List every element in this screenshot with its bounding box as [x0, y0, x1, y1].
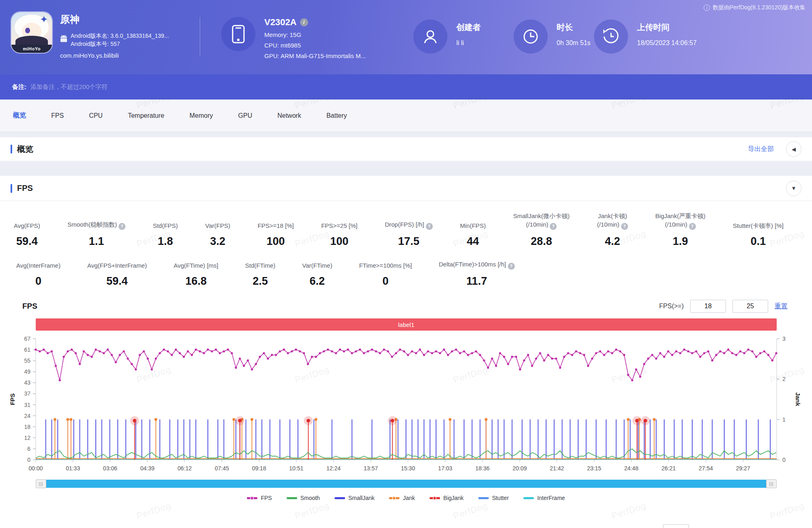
stat-value: 4.2 — [597, 235, 628, 248]
stat-value: 2.5 — [245, 275, 275, 288]
device-info-icon[interactable]: i — [300, 18, 308, 26]
row2-stat: Avg(InterFrame)0 — [16, 261, 60, 288]
fps-chart-svg[interactable]: 6761554943373124181260321000:0001:3303:0… — [0, 331, 812, 478]
duration-label: 时长 — [557, 22, 591, 33]
svg-text:09:18: 09:18 — [252, 465, 266, 472]
row1-stat: Avg(FPS)59.4 — [14, 221, 40, 248]
fps-stats-row-1: Avg(FPS)59.4Smooth(稳帧指数)?1.1Std(FPS)1.8V… — [0, 201, 812, 248]
phone-icon — [221, 17, 255, 51]
legend-swatch — [287, 497, 297, 499]
reset-link[interactable]: 重置 — [775, 302, 788, 311]
row2-stat: Delta(FTime)>100ms [/h]?11.7 — [439, 260, 515, 288]
svg-text:37: 37 — [24, 391, 30, 397]
stat-value: 1.8 — [153, 235, 178, 248]
legend-item-Stutter[interactable]: Stutter — [478, 495, 509, 501]
duration-value: 0h 30m 51s — [557, 39, 591, 47]
creator-label: 创建者 — [456, 22, 481, 33]
scrollbar-left-handle[interactable]: ||| — [36, 479, 46, 488]
overview-collapse-button[interactable]: ◀ — [786, 141, 801, 157]
app-title: 原神 — [60, 13, 169, 26]
svg-text:55: 55 — [24, 358, 30, 364]
stat-label: Avg(FTime) [ms] — [174, 262, 218, 269]
stat-value: 59.4 — [87, 275, 147, 288]
tab-Network[interactable]: Network — [277, 112, 301, 119]
android-icon — [60, 35, 67, 45]
partial-next-box — [663, 524, 689, 528]
clock-icon — [514, 19, 548, 54]
stat-value: 100 — [321, 235, 357, 248]
tab-FPS[interactable]: FPS — [51, 112, 64, 119]
svg-text:29:27: 29:27 — [736, 465, 750, 472]
svg-text:23:15: 23:15 — [587, 465, 601, 472]
tab-Temperature[interactable]: Temperature — [128, 112, 164, 119]
stat-value: 1.9 — [655, 235, 705, 248]
svg-text:21:42: 21:42 — [550, 465, 564, 472]
stat-value: 16.8 — [174, 275, 218, 288]
stat-label: BigJank(严重卡顿) (/10min) — [655, 212, 705, 228]
tab-GPU[interactable]: GPU — [238, 112, 253, 119]
svg-text:10:51: 10:51 — [289, 465, 303, 472]
svg-text:3: 3 — [782, 335, 786, 342]
svg-text:03:06: 03:06 — [103, 465, 117, 472]
device-model: V2302A — [264, 17, 297, 28]
fps-collapse-button[interactable]: ▼ — [786, 181, 801, 196]
overview-title: 概览 — [17, 144, 33, 155]
legend-item-Jank[interactable]: Jank — [389, 495, 415, 501]
legend-item-InterFrame[interactable]: InterFrame — [523, 495, 565, 501]
stat-label: Smooth(稳帧指数) — [67, 221, 117, 228]
tab-概览[interactable]: 概览 — [13, 111, 26, 120]
fps-threshold-input-1[interactable] — [690, 300, 726, 313]
stat-label: FPS>=18 [%] — [257, 222, 294, 229]
stat-value: 3.2 — [205, 235, 230, 248]
legend-swatch — [247, 497, 257, 499]
upload-time-block: 上传时间 18/05/2023 14:06:57 — [594, 19, 697, 54]
tab-Memory[interactable]: Memory — [190, 112, 213, 119]
tab-Battery[interactable]: Battery — [326, 112, 347, 119]
help-icon[interactable]: ? — [508, 263, 515, 270]
tab-CPU[interactable]: CPU — [89, 112, 103, 119]
stat-value: 0 — [359, 275, 412, 288]
legend-item-FPS[interactable]: FPS — [247, 495, 272, 501]
nav-tabs: 概览FPSCPUTemperatureMemoryGPUNetworkBatte… — [0, 100, 812, 132]
legend-item-SmallJank[interactable]: SmallJank — [335, 495, 375, 501]
row1-stat: Smooth(稳帧指数)?1.1 — [67, 220, 125, 248]
app-icon: ✦ miHoYo — [11, 12, 52, 53]
legend-item-BigJank[interactable]: BigJank — [430, 495, 464, 501]
remark-label: 备注: — [12, 83, 26, 91]
help-icon[interactable]: ? — [550, 223, 557, 230]
scrollbar-right-handle[interactable]: ||| — [766, 479, 777, 488]
svg-text:06:12: 06:12 — [177, 465, 192, 472]
svg-text:20:09: 20:09 — [512, 465, 527, 472]
person-icon — [413, 19, 447, 54]
row2-stat: Avg(FTime) [ms]16.8 — [174, 261, 218, 288]
collector-note: i 数据由PerfDog(8.1.230120)版本收集 — [704, 4, 806, 11]
fps-threshold-input-2[interactable] — [732, 300, 768, 313]
row2-stat: Std(FTime)2.5 — [245, 261, 275, 288]
legend-label: Smooth — [300, 495, 320, 501]
svg-text:07:45: 07:45 — [215, 465, 229, 472]
legend-label: FPS — [261, 495, 272, 501]
fps-threshold-label: FPS(>=) — [659, 303, 684, 310]
scrollbar-track[interactable] — [45, 480, 767, 488]
legend-label: Stutter — [492, 495, 509, 501]
row1-stat: Stutter(卡顿率) [%]0.1 — [733, 221, 784, 248]
stat-value: 0 — [16, 275, 60, 288]
export-all-link[interactable]: 导出全部 — [748, 145, 774, 154]
svg-text:27:54: 27:54 — [699, 465, 713, 472]
help-icon[interactable]: ? — [119, 223, 125, 230]
legend-item-Smooth[interactable]: Smooth — [287, 495, 320, 501]
duration-block: 时长 0h 30m 51s — [514, 19, 591, 54]
svg-text:0: 0 — [27, 457, 30, 463]
remark-input[interactable]: 添加备注，不超过200个字符 — [30, 83, 108, 91]
legend-swatch — [523, 497, 534, 499]
help-icon[interactable]: ? — [689, 223, 696, 230]
help-icon[interactable]: ? — [621, 223, 628, 230]
help-icon[interactable]: ? — [426, 223, 433, 230]
chart-legend: FPSSmoothSmallJankJankBigJankStutterInte… — [0, 495, 812, 501]
legend-swatch — [389, 497, 400, 499]
row1-stat: FPS>=25 [%]100 — [321, 221, 357, 248]
row1-stat: Min(FPS)44 — [460, 221, 486, 248]
legend-swatch — [478, 497, 489, 499]
svg-text:FPS: FPS — [9, 394, 16, 405]
svg-text:1: 1 — [782, 416, 786, 423]
